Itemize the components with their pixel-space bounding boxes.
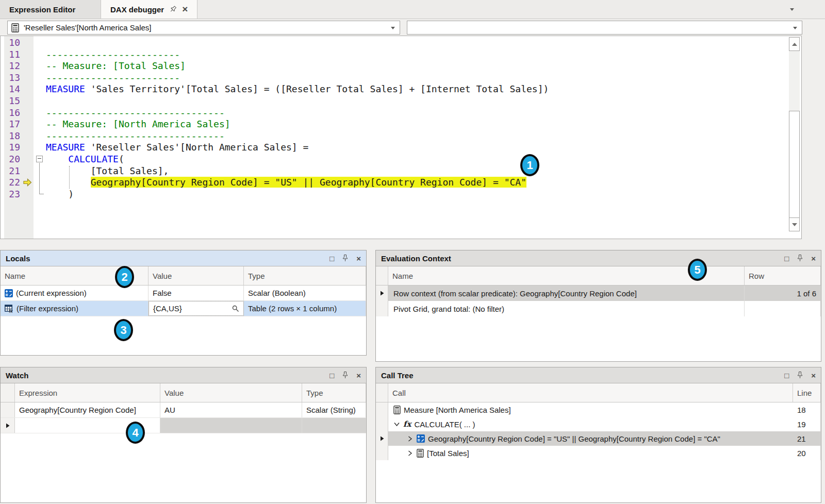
column-header[interactable]: Type — [244, 266, 366, 285]
call-text: [Total Sales] — [427, 449, 469, 458]
line-number: 18 — [5, 130, 20, 142]
local-value-cell[interactable]: False — [148, 285, 244, 300]
context-row-cell — [745, 301, 821, 316]
scroll-down-button[interactable] — [789, 217, 800, 231]
watch-title-bar: Watch □ × — [1, 367, 366, 383]
expression-selector[interactable]: 'Reseller Sales'[North America Sales] — [7, 21, 400, 35]
editor-scrollbar[interactable] — [789, 37, 800, 231]
code-segment: -- Measure: [North America Sales] — [46, 119, 230, 129]
evaluation-context-row[interactable]: Row context (from scalar predicate): Geo… — [376, 285, 821, 301]
column-header[interactable]: Line — [793, 383, 821, 402]
code-segment: ) — [46, 189, 74, 199]
call-tree-header-row: CallLine — [376, 383, 821, 402]
maximize-icon[interactable]: □ — [329, 255, 334, 262]
evaluation-context-title-bar: Evaluation Context □ × — [376, 250, 821, 266]
column-header[interactable]: Expression — [15, 383, 160, 402]
code-line: 15 — [1, 95, 788, 107]
pin-icon[interactable] — [169, 5, 178, 14]
call-tree-row[interactable]: Geography[Country Region Code] = "US" ||… — [376, 431, 821, 446]
code-segment: 'Sales Territory'[Total Sales] = ([Resel… — [85, 83, 549, 94]
close-icon[interactable]: × — [182, 6, 188, 13]
fold-collapse-box[interactable] — [36, 156, 43, 162]
call-cell: fxCALCULATE( ... ) — [388, 417, 793, 431]
column-header[interactable]: Type — [302, 383, 366, 402]
pin-icon[interactable] — [797, 255, 803, 262]
local-type: Table (2 rows × 1 column) — [248, 304, 337, 313]
magnifier-icon[interactable] — [232, 305, 239, 312]
row-indicator-header — [376, 266, 388, 285]
scroll-up-button[interactable] — [789, 37, 800, 51]
code-segment — [46, 154, 68, 164]
tab-bar: Expression Editor DAX debugger × — [0, 0, 825, 19]
pin-icon[interactable] — [342, 255, 348, 262]
close-icon[interactable]: × — [356, 372, 361, 379]
code-line: 14MEASURE 'Sales Territory'[Total Sales]… — [1, 83, 788, 95]
watch-row[interactable] — [1, 418, 366, 433]
evaluation-context-row[interactable]: Pivot Grid, grand total: (No filter) — [376, 301, 821, 316]
local-value-cell[interactable]: {CA,US} — [148, 301, 244, 316]
close-icon[interactable]: × — [811, 255, 816, 262]
filter-expression-icon: fx — [5, 305, 13, 313]
chevron-down-icon[interactable] — [393, 422, 400, 427]
code-segment: ------------------------ — [46, 72, 180, 83]
call-tree-panel: Call Tree □ × CallLineMeasure [North Ame… — [375, 367, 821, 503]
tab-label: Expression Editor — [9, 5, 75, 14]
fold-scope-line — [39, 163, 40, 194]
toolbar: 'Reseller Sales'[North America Sales] — [0, 20, 825, 36]
locals-row[interactable]: fx(Filter expression){CA,US}Table (2 row… — [1, 301, 366, 316]
tab-dax-debugger[interactable]: DAX debugger × — [101, 0, 197, 19]
watch-row[interactable]: Geography[Country Region Code]AUScalar (… — [1, 402, 366, 418]
code-segment: -- Measure: [Total Sales] — [46, 60, 186, 71]
chevron-right-icon[interactable] — [407, 450, 414, 456]
code-line: 20 CALCULATE( — [1, 154, 788, 165]
column-header[interactable]: Value — [148, 266, 244, 285]
column-header[interactable]: Row — [745, 266, 821, 285]
locals-title-bar: Locals □ × — [1, 250, 366, 266]
chevron-right-icon[interactable] — [407, 436, 414, 442]
watch-panel: Watch □ × ExpressionValueTypeGeography[C… — [0, 367, 367, 503]
call-tree-row[interactable]: fxCALCULATE( ... )19 — [376, 417, 821, 431]
expression-icon — [5, 289, 13, 297]
code-text: ------------------------ — [46, 72, 788, 84]
maximize-icon[interactable]: □ — [784, 372, 789, 379]
call-tree-row[interactable]: [Total Sales]20 — [376, 446, 821, 460]
locals-row[interactable]: (Current expression)FalseScalar (Boolean… — [1, 285, 366, 301]
annotation-circle-3: 3 — [114, 319, 133, 341]
annotation-circle-4: 4 — [126, 422, 145, 444]
maximize-icon[interactable]: □ — [329, 372, 334, 379]
close-icon[interactable]: × — [811, 372, 816, 379]
locals-header-row: NameValueType — [1, 266, 366, 285]
pin-icon[interactable] — [797, 372, 803, 379]
row-indicator-cell — [376, 446, 388, 460]
tab-expression-editor[interactable]: Expression Editor — [0, 0, 101, 19]
local-name: (Current expression) — [16, 289, 87, 297]
local-name: (Filter expression) — [16, 304, 78, 313]
calculator-icon — [417, 449, 424, 458]
close-icon[interactable]: × — [356, 255, 361, 262]
context-name-cell: Pivot Grid, grand total: (No filter) — [388, 301, 745, 316]
watch-type-cell: Scalar (String) — [302, 402, 366, 417]
code-segment: ------------------------ — [46, 49, 180, 60]
maximize-icon[interactable]: □ — [784, 255, 789, 262]
code-segment: MEASURE — [46, 83, 85, 94]
locals-grid: NameValueType(Current expression)FalseSc… — [1, 266, 366, 355]
secondary-selector[interactable] — [407, 21, 802, 35]
scrollbar-thumb[interactable] — [789, 111, 800, 218]
pin-icon[interactable] — [342, 372, 348, 379]
column-header[interactable]: Value — [160, 383, 302, 402]
tab-list-dropdown-icon[interactable] — [790, 8, 794, 11]
call-text: Geography[Country Region Code] = "US" ||… — [428, 434, 720, 443]
row-indicator-header — [1, 383, 15, 402]
code-line: 22 Geography[Country Region Code] = "US"… — [1, 177, 788, 189]
line-number: 15 — [5, 95, 20, 107]
code-text: ) — [46, 189, 788, 200]
code-editor[interactable]: 1011------------------------12-- Measure… — [0, 36, 802, 239]
code-segment: CALCULATE — [68, 154, 119, 164]
line-number: 16 — [5, 107, 20, 119]
watch-expression-cell[interactable]: Geography[Country Region Code] — [15, 402, 160, 417]
call-tree-title-bar: Call Tree □ × — [376, 367, 821, 383]
row-indicator-cell — [1, 418, 15, 433]
code-text: -------------------------------- — [46, 107, 788, 119]
call-tree-row[interactable]: Measure [North America Sales]18 — [376, 402, 821, 417]
column-header[interactable]: Call — [388, 383, 793, 402]
